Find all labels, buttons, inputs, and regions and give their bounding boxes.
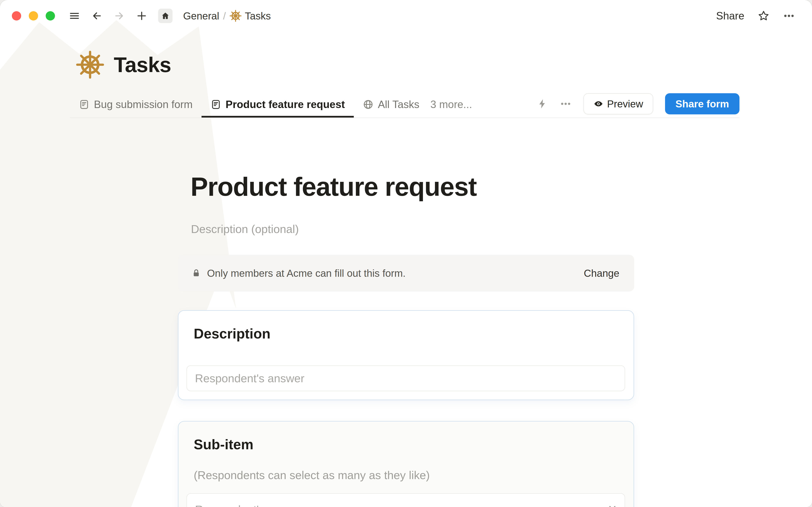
favorite-star-icon[interactable] <box>757 10 770 22</box>
answer-select[interactable]: Respondent's answer <box>186 493 625 507</box>
plus-icon <box>136 10 148 22</box>
home-button[interactable] <box>158 9 173 23</box>
tab-all-tasks[interactable]: All Tasks <box>354 93 428 118</box>
tab-label: Product feature request <box>226 98 345 111</box>
question-card-sub-item: Sub-item (Respondents can select as many… <box>178 421 634 507</box>
tab-more-views[interactable]: 3 more... <box>428 93 481 118</box>
access-change-button[interactable]: Change <box>584 268 619 279</box>
breadcrumb: General / Tasks <box>183 10 271 22</box>
traffic-lights <box>12 11 55 20</box>
view-options-icon[interactable] <box>560 98 572 110</box>
tab-label: All Tasks <box>378 98 419 111</box>
view-tabs-bar: Bug submission form Product feature requ… <box>70 93 740 118</box>
answer-input[interactable]: Respondent's answer <box>186 365 625 391</box>
breadcrumb-page-label: Tasks <box>245 10 271 22</box>
more-options-icon[interactable] <box>783 10 795 22</box>
page-header: Tasks <box>76 51 171 79</box>
share-form-button[interactable]: Share form <box>665 93 740 114</box>
chevron-down-icon <box>607 503 618 507</box>
globe-icon <box>363 99 373 110</box>
access-banner: Only members at Acme can fill out this f… <box>178 255 634 291</box>
form-description-placeholder[interactable]: Description (optional) <box>191 222 299 235</box>
form-title[interactable]: Product feature request <box>190 172 477 202</box>
new-page-button[interactable] <box>136 10 148 22</box>
page-title[interactable]: Tasks <box>114 53 171 77</box>
tab-product-feature-request[interactable]: Product feature request <box>201 93 354 118</box>
ship-wheel-icon <box>230 10 241 22</box>
share-button[interactable]: Share <box>716 10 744 22</box>
back-button[interactable] <box>91 10 103 22</box>
tab-bug-submission-form[interactable]: Bug submission form <box>70 93 201 118</box>
share-form-button-label: Share form <box>676 98 729 110</box>
eye-icon <box>593 99 603 109</box>
zoom-window-button[interactable] <box>46 11 55 20</box>
forward-button[interactable] <box>113 10 125 22</box>
breadcrumb-workspace[interactable]: General <box>183 10 219 22</box>
hamburger-menu-icon <box>68 10 80 22</box>
access-banner-text: Only members at Acme can fill out this f… <box>207 268 584 279</box>
lock-icon <box>191 268 201 278</box>
view-actions: Preview Share form <box>537 93 740 117</box>
question-title[interactable]: Sub-item <box>194 436 253 452</box>
preview-button[interactable]: Preview <box>583 93 653 114</box>
question-note: (Respondents can select as many as they … <box>194 468 430 482</box>
close-window-button[interactable] <box>12 11 21 20</box>
form-doc-icon <box>79 99 90 110</box>
breadcrumb-page[interactable]: Tasks <box>230 10 271 22</box>
tab-label: 3 more... <box>430 98 472 111</box>
preview-button-label: Preview <box>607 98 643 110</box>
form-doc-icon <box>211 99 221 110</box>
question-card-description: Description Respondent's answer <box>178 310 634 400</box>
forward-arrow-icon <box>113 10 125 22</box>
app-window: General / Tasks Share Tasks Bug submissi… <box>0 0 812 507</box>
home-icon <box>161 11 170 20</box>
form-builder: Product feature request Description (opt… <box>178 0 634 507</box>
tab-label: Bug submission form <box>94 98 193 111</box>
answer-select-placeholder: Respondent's answer <box>195 503 304 507</box>
breadcrumb-separator: / <box>223 10 226 22</box>
back-arrow-icon <box>91 10 103 22</box>
view-tabs: Bug submission form Product feature requ… <box>70 93 481 118</box>
question-title[interactable]: Description <box>194 326 271 342</box>
window-toolbar: General / Tasks Share <box>0 0 812 32</box>
page-ship-wheel-icon[interactable] <box>76 51 104 79</box>
automations-lightning-icon[interactable] <box>537 98 548 109</box>
sidebar-toggle-button[interactable] <box>68 10 80 22</box>
minimize-window-button[interactable] <box>29 11 38 20</box>
